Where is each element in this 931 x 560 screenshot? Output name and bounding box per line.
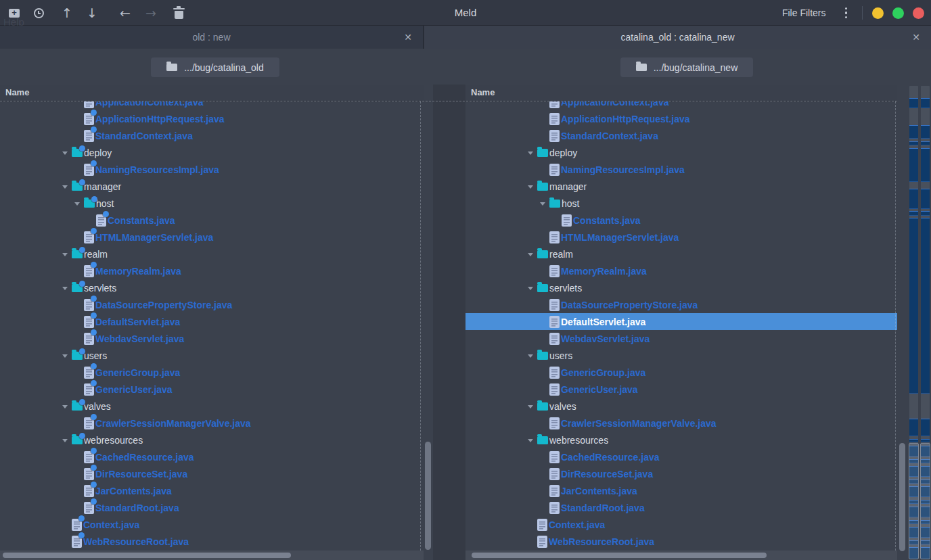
expander-slot[interactable] bbox=[528, 438, 537, 442]
folder-row[interactable]: webresources bbox=[466, 431, 897, 448]
folder-row[interactable]: users bbox=[466, 347, 897, 364]
file-row[interactable]: HTMLManagerServlet.java bbox=[466, 229, 897, 246]
folder-row[interactable]: deploy bbox=[466, 144, 897, 161]
file-icon bbox=[72, 519, 82, 531]
arrow-down-button[interactable]: ↓ bbox=[83, 0, 101, 26]
file-row[interactable]: StandardContext.java bbox=[0, 127, 424, 144]
file-row[interactable]: ApplicationContext.java bbox=[466, 101, 897, 110]
file-row[interactable]: ApplicationHttpRequest.java bbox=[466, 110, 897, 127]
folder-row[interactable]: host bbox=[466, 195, 897, 212]
file-row[interactable]: DirResourceSet.java bbox=[466, 465, 897, 482]
expander-slot[interactable] bbox=[62, 252, 72, 256]
expander-slot[interactable] bbox=[528, 353, 537, 358]
file-row[interactable]: CrawlerSessionManagerValve.java bbox=[0, 415, 424, 431]
path-button-catalina-new[interactable]: .../bug/catalina_new bbox=[620, 57, 753, 77]
expander-slot[interactable] bbox=[528, 252, 537, 256]
file-row[interactable]: Context.java bbox=[0, 516, 424, 533]
file-row[interactable]: DataSourcePropertyStore.java bbox=[0, 296, 424, 313]
file-row[interactable]: Constants.java bbox=[466, 212, 897, 229]
folder-row[interactable]: valves bbox=[0, 398, 424, 415]
tab-close-icon[interactable]: ✕ bbox=[909, 26, 923, 49]
time-clock-button[interactable] bbox=[30, 0, 47, 26]
expander-slot[interactable] bbox=[62, 150, 72, 155]
vertical-scrollbar-thumb-left[interactable] bbox=[425, 442, 431, 550]
file-row[interactable]: GenericGroup.java bbox=[466, 364, 897, 381]
window-button-maximize[interactable] bbox=[892, 7, 904, 19]
file-row[interactable]: StandardContext.java bbox=[466, 127, 897, 144]
expander-slot[interactable] bbox=[528, 150, 537, 155]
diff-map-column-left[interactable] bbox=[909, 86, 918, 557]
file-row[interactable]: ApplicationContext.java bbox=[0, 101, 424, 110]
expander-slot[interactable] bbox=[528, 184, 537, 189]
file-row[interactable]: JarContents.java bbox=[466, 482, 897, 499]
file-row[interactable]: CachedResource.java bbox=[0, 448, 424, 465]
expander-slot[interactable] bbox=[528, 285, 537, 290]
expander-slot[interactable] bbox=[528, 404, 537, 409]
file-row[interactable]: Constants.java bbox=[0, 212, 424, 229]
folder-row[interactable]: deploy bbox=[0, 144, 424, 161]
folder-row[interactable]: webresources bbox=[0, 431, 424, 448]
folder-row[interactable]: users bbox=[0, 347, 424, 364]
diff-chunk bbox=[921, 520, 930, 524]
folder-row[interactable]: manager bbox=[466, 178, 897, 195]
file-row[interactable]: ApplicationHttpRequest.java bbox=[0, 110, 424, 127]
file-row[interactable]: Context.java bbox=[466, 516, 897, 533]
folder-row[interactable]: host bbox=[0, 195, 424, 212]
window-button-close[interactable] bbox=[913, 7, 924, 19]
menu-kebab-icon[interactable] bbox=[840, 5, 853, 22]
file-row[interactable]: WebdavServlet.java bbox=[466, 330, 897, 347]
file-row[interactable]: StandardRoot.java bbox=[466, 499, 897, 516]
tab-old-new[interactable]: old : new ✕ bbox=[0, 26, 424, 49]
trash-button[interactable] bbox=[170, 0, 187, 26]
folder-row[interactable]: realm bbox=[466, 246, 897, 262]
folder-row[interactable]: realm bbox=[0, 246, 424, 262]
file-row[interactable]: WebdavServlet.java bbox=[0, 330, 424, 347]
file-row[interactable]: DataSourcePropertyStore.java bbox=[466, 296, 897, 313]
arrow-up-button[interactable]: ↑ bbox=[58, 0, 76, 26]
folder-row[interactable]: servlets bbox=[466, 279, 897, 296]
column-header-name-right[interactable]: Name bbox=[466, 85, 897, 101]
file-row[interactable]: DefaultServlet.java bbox=[0, 313, 424, 330]
path-button-catalina-old[interactable]: .../bug/catalina_old bbox=[151, 57, 279, 77]
file-filters-button[interactable]: File Filters bbox=[778, 5, 830, 21]
file-row[interactable]: MemoryRealm.java bbox=[466, 262, 897, 279]
horizontal-scrollbar-thumb[interactable] bbox=[472, 553, 767, 558]
file-row[interactable]: CachedResource.java bbox=[466, 448, 897, 465]
expander-slot[interactable] bbox=[62, 285, 72, 290]
file-row[interactable]: MemoryRealm.java bbox=[0, 262, 424, 279]
window-button-minimize[interactable] bbox=[872, 7, 884, 19]
file-row[interactable]: GenericGroup.java bbox=[0, 364, 424, 381]
file-row[interactable]: StandardRoot.java bbox=[0, 499, 424, 516]
file-row[interactable]: CrawlerSessionManagerValve.java bbox=[466, 415, 897, 431]
folder-row[interactable]: valves bbox=[466, 398, 897, 415]
tab-catalina-old-new[interactable]: catalina_old : catalina_new ✕ bbox=[424, 26, 931, 49]
file-row[interactable]: GenericUser.java bbox=[466, 381, 897, 398]
file-row[interactable]: WebResourceRoot.java bbox=[466, 533, 897, 550]
file-row[interactable]: DefaultServlet.java bbox=[466, 313, 897, 330]
diff-map-column-right[interactable] bbox=[921, 86, 930, 557]
file-row[interactable]: NamingResourcesImpl.java bbox=[0, 161, 424, 178]
expander-slot[interactable] bbox=[62, 353, 72, 358]
file-row[interactable]: NamingResourcesImpl.java bbox=[466, 161, 897, 178]
file-row[interactable]: WebResourceRoot.java bbox=[0, 533, 424, 550]
folder-row[interactable]: servlets bbox=[0, 279, 424, 296]
file-row[interactable]: GenericUser.java bbox=[0, 381, 424, 398]
file-row[interactable]: JarContents.java bbox=[0, 482, 424, 499]
expander-slot[interactable] bbox=[62, 404, 72, 409]
file-row[interactable]: HTMLManagerServlet.java bbox=[0, 229, 424, 246]
chevron-down-icon bbox=[62, 405, 68, 409]
expander-slot[interactable] bbox=[74, 201, 84, 206]
horizontal-scrollbar-left[interactable] bbox=[0, 551, 424, 560]
arrow-left-button[interactable]: ← bbox=[116, 0, 134, 26]
tab-close-icon[interactable]: ✕ bbox=[401, 26, 415, 49]
expander-slot[interactable] bbox=[62, 438, 72, 442]
folder-row[interactable]: manager bbox=[0, 178, 424, 195]
file-row[interactable]: DirResourceSet.java bbox=[0, 465, 424, 482]
expander-slot[interactable] bbox=[540, 201, 549, 206]
horizontal-scrollbar-right[interactable] bbox=[466, 551, 897, 560]
column-header-name-left[interactable]: Name bbox=[0, 85, 424, 101]
vertical-scrollbar-thumb-right[interactable] bbox=[899, 443, 905, 551]
expander-slot[interactable] bbox=[62, 184, 72, 189]
horizontal-scrollbar-thumb[interactable] bbox=[3, 553, 291, 558]
file-icon bbox=[84, 101, 94, 108]
